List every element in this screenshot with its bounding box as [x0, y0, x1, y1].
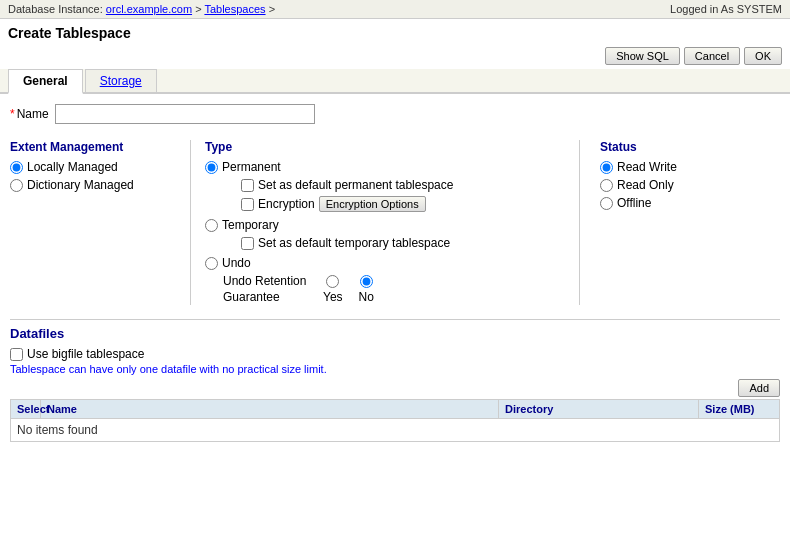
- default-permanent-label: Set as default permanent tablespace: [258, 178, 453, 192]
- status-header: Status: [600, 140, 780, 154]
- three-col: Extent Management Locally Managed Dictio…: [10, 140, 780, 305]
- read-write-label: Read Write: [617, 160, 677, 174]
- permanent-label: Permanent: [222, 160, 281, 174]
- default-permanent-checkbox[interactable]: [241, 179, 254, 192]
- add-row: Add: [10, 379, 780, 397]
- show-sql-button[interactable]: Show SQL: [605, 47, 680, 65]
- add-button[interactable]: Add: [738, 379, 780, 397]
- temporary-sub-options: Set as default temporary tablespace: [205, 236, 565, 250]
- temporary-radio[interactable]: [205, 219, 218, 232]
- datafiles-section: Datafiles Use bigfile tablespace Tablesp…: [10, 319, 780, 442]
- type-col: Type Permanent Set as default permanent …: [190, 140, 580, 305]
- db-label: Database Instance:: [8, 3, 103, 15]
- undo-guarantee-row: Undo RetentionGuarantee Yes No: [205, 274, 565, 305]
- col-size: Size (MB): [699, 400, 779, 418]
- extent-management-col: Extent Management Locally Managed Dictio…: [10, 140, 190, 305]
- offline-radio[interactable]: [600, 197, 613, 210]
- offline-row: Offline: [600, 196, 780, 210]
- breadcrumb-sep1: >: [195, 3, 204, 15]
- col-directory: Directory: [499, 400, 699, 418]
- col-select: Select: [11, 400, 41, 418]
- default-permanent-row: Set as default permanent tablespace: [223, 178, 565, 192]
- col-name: Name: [41, 400, 499, 418]
- status-col: Status Read Write Read Only Offline: [580, 140, 780, 305]
- extent-management-header: Extent Management: [10, 140, 190, 154]
- undo-radio[interactable]: [205, 257, 218, 270]
- undo-yes-item: Yes: [323, 275, 343, 304]
- main-content: * Name Extent Management Locally Managed…: [0, 94, 790, 452]
- undo-no-radio[interactable]: [360, 275, 373, 288]
- required-star: *: [10, 107, 15, 121]
- name-row: * Name: [10, 104, 780, 124]
- top-bar: Database Instance: orcl.example.com > Ta…: [0, 0, 790, 19]
- undo-guarantee-label: Undo RetentionGuarantee: [223, 274, 323, 305]
- breadcrumb-sep2: >: [269, 3, 275, 15]
- read-only-label: Read Only: [617, 178, 674, 192]
- permanent-row: Permanent: [205, 160, 565, 174]
- type-header: Type: [205, 140, 565, 154]
- bigfile-row: Use bigfile tablespace: [10, 347, 780, 361]
- tab-general[interactable]: General: [8, 69, 83, 94]
- default-temporary-checkbox[interactable]: [241, 237, 254, 250]
- dictionary-managed-row: Dictionary Managed: [10, 178, 190, 192]
- undo-no-item: No: [359, 275, 374, 304]
- name-input[interactable]: [55, 104, 315, 124]
- undo-yes-no: Yes No: [323, 275, 374, 304]
- bigfile-label: Use bigfile tablespace: [27, 347, 144, 361]
- cancel-button[interactable]: Cancel: [684, 47, 740, 65]
- encryption-options-button[interactable]: Encryption Options: [319, 196, 426, 212]
- page-title: Create Tablespace: [0, 19, 790, 45]
- table-header: Select Name Directory Size (MB): [11, 400, 779, 419]
- permanent-sub-options: Set as default permanent tablespace Encr…: [205, 178, 565, 212]
- encryption-row: Encryption Encryption Options: [223, 196, 565, 212]
- offline-label: Offline: [617, 196, 651, 210]
- breadcrumb: Database Instance: orcl.example.com > Ta…: [8, 3, 275, 15]
- read-write-row: Read Write: [600, 160, 780, 174]
- undo-yes-radio[interactable]: [326, 275, 339, 288]
- undo-label: Undo: [222, 256, 251, 270]
- dictionary-managed-radio[interactable]: [10, 179, 23, 192]
- bigfile-checkbox[interactable]: [10, 348, 23, 361]
- dictionary-managed-label: Dictionary Managed: [27, 178, 134, 192]
- logged-in-label: Logged in As SYSTEM: [670, 3, 782, 15]
- default-temporary-row: Set as default temporary tablespace: [223, 236, 565, 250]
- read-only-row: Read Only: [600, 178, 780, 192]
- read-only-radio[interactable]: [600, 179, 613, 192]
- db-instance-link[interactable]: orcl.example.com: [106, 3, 192, 15]
- read-write-radio[interactable]: [600, 161, 613, 174]
- empty-row: No items found: [11, 419, 779, 441]
- name-label: Name: [17, 107, 49, 121]
- tab-storage[interactable]: Storage: [85, 69, 157, 92]
- undo-row: Undo: [205, 256, 565, 270]
- undo-no-label: No: [359, 290, 374, 304]
- permanent-radio[interactable]: [205, 161, 218, 174]
- encryption-label: Encryption: [258, 197, 315, 211]
- locally-managed-label: Locally Managed: [27, 160, 118, 174]
- encryption-checkbox[interactable]: [241, 198, 254, 211]
- bigfile-note: Tablespace can have only one datafile wi…: [10, 363, 780, 375]
- undo-yes-label: Yes: [323, 290, 343, 304]
- toolbar: Show SQL Cancel OK: [0, 45, 790, 69]
- datafiles-table: Select Name Directory Size (MB) No items…: [10, 399, 780, 442]
- temporary-label: Temporary: [222, 218, 279, 232]
- datafiles-header: Datafiles: [10, 326, 780, 341]
- tabs-bar: General Storage: [0, 69, 790, 94]
- tablespaces-link[interactable]: Tablespaces: [204, 3, 265, 15]
- temporary-row: Temporary: [205, 218, 565, 232]
- ok-button[interactable]: OK: [744, 47, 782, 65]
- locally-managed-radio[interactable]: [10, 161, 23, 174]
- locally-managed-row: Locally Managed: [10, 160, 190, 174]
- default-temporary-label: Set as default temporary tablespace: [258, 236, 450, 250]
